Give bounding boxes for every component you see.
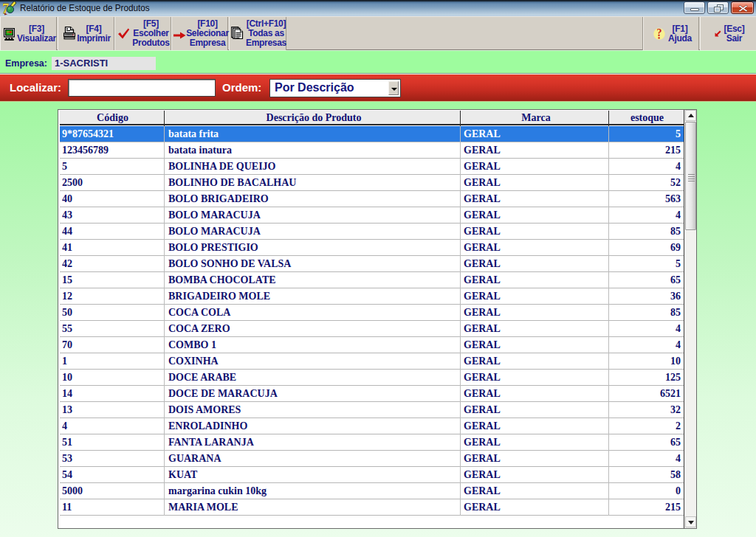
svg-text:?: ? bbox=[657, 28, 662, 38]
